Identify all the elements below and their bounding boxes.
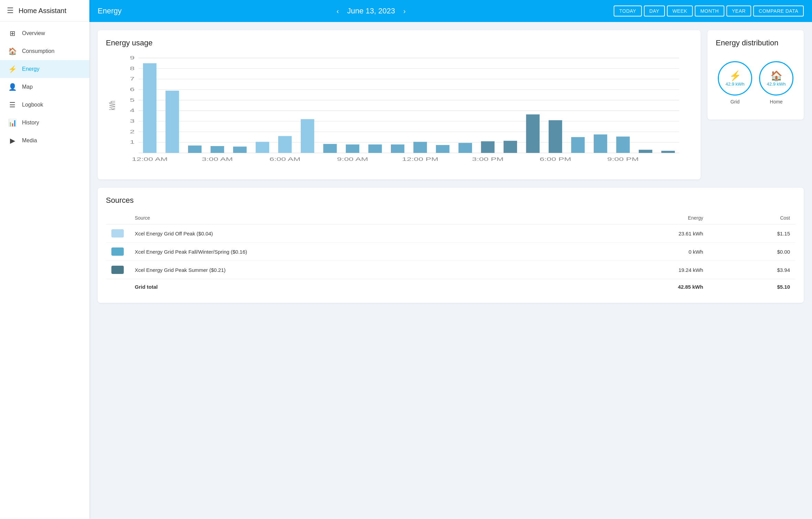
bar-15	[481, 141, 494, 153]
consumption-icon: 🏠	[8, 47, 17, 55]
total-label: Grid total	[129, 279, 577, 295]
home-value: 42.9 kWh	[767, 81, 786, 87]
logbook-icon: ☰	[8, 101, 17, 109]
content-area: Energy usage 123456789kWh12:00 AM3:00 AM…	[89, 22, 812, 519]
svg-text:9:00 PM: 9:00 PM	[607, 157, 639, 162]
sidebar-label-overview: Overview	[22, 30, 45, 36]
home-icon: 🏠	[770, 70, 782, 81]
energy-usage-title: Energy usage	[106, 38, 692, 47]
energy-icon: ⚡	[8, 65, 17, 73]
bar-9	[346, 144, 359, 153]
energy-distribution-card: Energy distribution ⚡ 42.9 kWh Grid 🏠 4	[707, 30, 804, 120]
map-icon: 👤	[8, 83, 17, 91]
week-button[interactable]: WEEK	[667, 5, 693, 16]
distribution-title: Energy distribution	[716, 38, 795, 47]
bar-12	[414, 142, 427, 153]
source-cost-1: $0.00	[709, 243, 795, 261]
bar-23	[661, 151, 675, 153]
hamburger-icon[interactable]: ☰	[7, 6, 14, 15]
sources-title: Sources	[106, 196, 795, 205]
current-date: June 13, 2023	[347, 7, 395, 15]
source-energy-1: 0 kWh	[577, 243, 709, 261]
total-energy: 42.85 kWh	[577, 279, 709, 295]
topbar-date-section: ‹ June 13, 2023 ›	[135, 6, 607, 16]
svg-text:9: 9	[130, 55, 135, 60]
source-row-0: Xcel Energy Grid Off Peak ($0.04) 23.61 …	[106, 224, 795, 243]
source-cost-0: $1.15	[709, 224, 795, 243]
year-button[interactable]: YEAR	[726, 5, 751, 16]
sidebar-label-media: Media	[22, 137, 37, 144]
bar-19	[571, 137, 584, 153]
sidebar-item-energy[interactable]: ⚡ Energy	[0, 60, 89, 78]
svg-text:3:00 AM: 3:00 AM	[202, 157, 233, 162]
prev-date-button[interactable]: ‹	[334, 6, 342, 16]
col-source-label: Source	[129, 212, 577, 224]
svg-text:1: 1	[130, 140, 135, 145]
topbar: Energy ‹ June 13, 2023 › TODAYDAYWEEKMON…	[89, 0, 812, 22]
svg-text:6:00 PM: 6:00 PM	[540, 157, 571, 162]
total-empty	[106, 279, 129, 295]
svg-text:3:00 PM: 3:00 PM	[472, 157, 504, 162]
svg-text:2: 2	[130, 129, 135, 134]
grid-value: 42.9 kWh	[726, 81, 745, 87]
home-ring: 🏠 42.9 kWh	[759, 61, 793, 96]
day-button[interactable]: DAY	[644, 5, 665, 16]
bar-4	[233, 146, 246, 153]
svg-text:4: 4	[130, 108, 135, 113]
grid-icon: ⚡	[729, 70, 741, 81]
source-color-1	[111, 247, 124, 256]
media-icon: ▶	[8, 136, 17, 145]
total-cost: $5.10	[709, 279, 795, 295]
sidebar-item-media[interactable]: ▶ Media	[0, 132, 89, 150]
distribution-circles: ⚡ 42.9 kWh Grid 🏠 42.9 kWh Home	[716, 54, 795, 111]
home-label: Home	[770, 99, 782, 104]
sidebar-label-history: History	[22, 120, 39, 126]
bar-18	[549, 120, 562, 153]
bar-10	[368, 144, 382, 153]
overview-icon: ⊞	[8, 29, 17, 37]
sidebar-nav: ⊞ Overview 🏠 Consumption ⚡ Energy 👤 Map …	[0, 22, 89, 519]
svg-text:6: 6	[130, 87, 135, 92]
total-row: Grid total 42.85 kWh $5.10	[106, 279, 795, 295]
sidebar-item-logbook[interactable]: ☰ Logbook	[0, 96, 89, 114]
sidebar-label-logbook: Logbook	[22, 102, 43, 108]
energy-usage-chart: 123456789kWh12:00 AM3:00 AM6:00 AM9:00 A…	[106, 54, 692, 171]
next-date-button[interactable]: ›	[400, 6, 408, 16]
sources-table: Source Energy Cost Xcel Energy Grid Off …	[106, 212, 795, 295]
grid-ring: ⚡ 42.9 kWh	[718, 61, 752, 96]
topbar-page-title: Energy	[98, 7, 122, 15]
bar-11	[391, 144, 404, 153]
bar-13	[436, 145, 449, 153]
sidebar-item-history[interactable]: 📊 History	[0, 114, 89, 132]
history-icon: 📊	[8, 119, 17, 127]
bar-14	[459, 143, 472, 153]
source-energy-2: 19.24 kWh	[577, 261, 709, 279]
sidebar-label-map: Map	[22, 84, 33, 90]
month-button[interactable]: MONTH	[695, 5, 724, 16]
bar-20	[594, 134, 607, 153]
source-color-cell-1	[106, 243, 129, 261]
sources-table-body: Xcel Energy Grid Off Peak ($0.04) 23.61 …	[106, 224, 795, 295]
sidebar-item-consumption[interactable]: 🏠 Consumption	[0, 42, 89, 60]
source-name-0: Xcel Energy Grid Off Peak ($0.04)	[129, 224, 577, 243]
sidebar-item-map[interactable]: 👤 Map	[0, 78, 89, 96]
bar-3	[211, 146, 224, 153]
top-row: Energy usage 123456789kWh12:00 AM3:00 AM…	[98, 30, 804, 179]
app-title: Home Assistant	[19, 7, 66, 15]
bar-22	[639, 150, 652, 153]
bar-2	[188, 145, 201, 153]
main-area: Energy ‹ June 13, 2023 › TODAYDAYWEEKMON…	[89, 0, 812, 519]
svg-text:12:00 PM: 12:00 PM	[402, 157, 438, 162]
sidebar-item-overview[interactable]: ⊞ Overview	[0, 24, 89, 42]
sidebar-label-energy: Energy	[22, 66, 40, 72]
today-button[interactable]: TODAY	[614, 5, 641, 16]
svg-text:kWh: kWh	[107, 101, 117, 110]
svg-text:8: 8	[130, 66, 135, 71]
grid-label: Grid	[731, 99, 739, 104]
bar-0	[143, 63, 156, 153]
sidebar-header: ☰ Home Assistant	[0, 0, 89, 22]
sources-table-header: Source Energy Cost	[106, 212, 795, 224]
compare-button[interactable]: COMPARE DATA	[753, 5, 804, 16]
source-energy-0: 23.61 kWh	[577, 224, 709, 243]
grid-circle: ⚡ 42.9 kWh Grid	[718, 61, 752, 104]
